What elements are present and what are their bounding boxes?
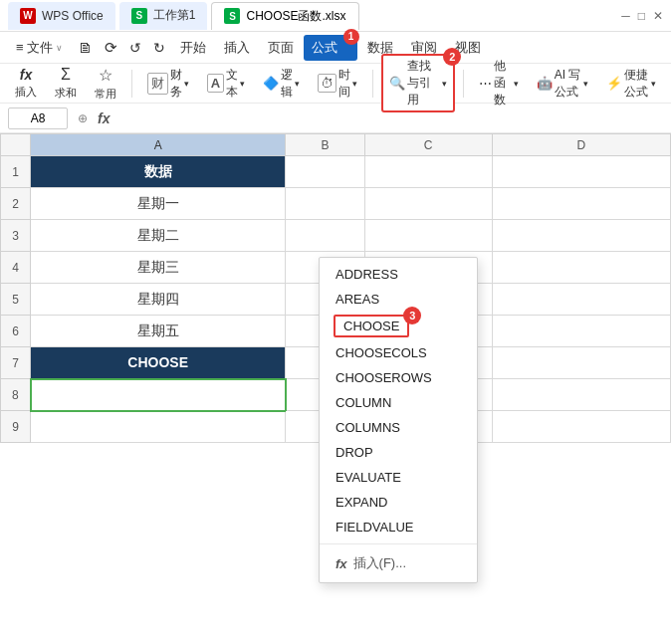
sum-label: 求和: [55, 86, 77, 101]
ai-formula-icon: 🤖: [537, 76, 553, 91]
cell-a5[interactable]: 星期四: [31, 284, 286, 316]
logic-btn[interactable]: 🔷 逻辑 ▾: [256, 63, 307, 105]
menu-item-fieldvalue[interactable]: FIELDVALUE: [320, 515, 477, 539]
cell-d1[interactable]: [492, 156, 670, 188]
finance-btn[interactable]: 财 财务 ▾: [140, 63, 196, 105]
menu-hamburger-icon: ≡: [16, 40, 24, 55]
other-fx-icon: ⋯: [479, 76, 492, 91]
choose-label: CHOOSE: [343, 319, 399, 333]
lookup-btn[interactable]: 🔍 查找与引用 ▾ 2: [381, 54, 455, 112]
cell-a9[interactable]: [31, 411, 286, 443]
table-row: 1 数据: [1, 156, 671, 188]
quick-formula-btn[interactable]: ⚡ 便捷公式 ▾: [599, 63, 663, 105]
cell-b3[interactable]: [286, 220, 364, 252]
menu-item-evaluate[interactable]: EVALUATE: [320, 465, 477, 490]
tab-work1[interactable]: S 工作第1: [119, 2, 208, 30]
menu-undo[interactable]: ↺: [124, 36, 146, 60]
cell-a6[interactable]: 星期五: [31, 316, 286, 347]
menu-item-areas[interactable]: AREAS: [320, 287, 477, 312]
col-header-c[interactable]: C: [364, 134, 492, 156]
insert-fx-item[interactable]: fx 插入(F)...: [320, 548, 477, 578]
ai-formula-btn[interactable]: 🤖 AI 写公式 ▾: [530, 63, 595, 105]
other-fx-btn[interactable]: ⋯ 他函数 ▾: [472, 54, 526, 112]
menu-file-arrow: ∨: [56, 43, 63, 53]
cell-a2[interactable]: 星期一: [31, 188, 286, 220]
minimize-icon[interactable]: ─: [621, 9, 630, 23]
cell-d3[interactable]: [492, 220, 670, 252]
cell-a7-value: CHOOSE: [127, 354, 188, 370]
cell-a1[interactable]: 数据: [31, 156, 286, 188]
menu-item-expand[interactable]: EXPAND: [320, 490, 477, 515]
maximize-icon[interactable]: □: [638, 9, 645, 23]
lookup-chevron: ▾: [442, 79, 447, 89]
cell-b1[interactable]: [286, 156, 364, 188]
col-header-a[interactable]: A: [31, 134, 286, 156]
tab-wps[interactable]: W WPS Office: [8, 2, 115, 30]
menu-formula[interactable]: 公式 1: [304, 35, 357, 61]
fx-insert-btn[interactable]: fx 插入: [8, 64, 44, 103]
menu-insert[interactable]: 插入: [216, 35, 258, 61]
formula-badge: 1: [343, 29, 359, 45]
insert-label: 插入: [15, 85, 37, 100]
cell-c2[interactable]: [364, 188, 492, 220]
row-num-7: 7: [1, 347, 31, 379]
choose-badge: 3: [403, 307, 421, 324]
time-btn[interactable]: ⏱ 时间 ▾: [311, 63, 364, 105]
text-icon: A: [207, 74, 224, 93]
lookup-dropdown-menu: ADDRESS AREAS CHOOSE 3 CHOOSECOLS CHOOSE…: [319, 257, 478, 583]
menu-save-icon[interactable]: 🗎: [73, 35, 98, 60]
col-header-b[interactable]: B: [286, 134, 364, 156]
formulabar: A8 ⊕ fx: [0, 104, 671, 133]
menu-item-column[interactable]: COLUMN: [320, 390, 477, 415]
cell-a4[interactable]: 星期三: [31, 252, 286, 284]
cell-d4[interactable]: [492, 252, 670, 284]
text-label: 文本: [226, 67, 238, 101]
cell-a8[interactable]: [31, 379, 286, 411]
address-label: ADDRESS: [336, 267, 461, 282]
menu-file[interactable]: ≡ 文件 ∨: [8, 35, 71, 61]
menubar: ≡ 文件 ∨ 🗎 ⟳ ↺ ↻ 开始 插入 页面 公式 1 数据 审阅 视图: [0, 32, 671, 64]
lookup-label: 查找与引用: [407, 58, 440, 108]
cell-d7[interactable]: [492, 347, 670, 379]
menu-item-chooserows[interactable]: CHOOSEROWS: [320, 365, 477, 390]
common-btn[interactable]: ☆ 常用: [88, 63, 123, 105]
row-num-1: 1: [1, 156, 31, 188]
menu-formula-label: 公式: [312, 39, 337, 57]
tab-choose-file[interactable]: S CHOOSE函数.xlsx: [211, 2, 358, 30]
cell-d9[interactable]: [492, 411, 670, 443]
cell-b2[interactable]: [286, 188, 364, 220]
cell-d5[interactable]: [492, 284, 670, 316]
menu-page[interactable]: 页面: [260, 35, 302, 61]
sum-btn[interactable]: Σ 求和: [48, 63, 84, 104]
menu-redo[interactable]: ↻: [148, 36, 170, 60]
cell-reference[interactable]: A8: [8, 107, 68, 129]
text-btn[interactable]: A 文本 ▾: [200, 63, 252, 105]
cell-d6[interactable]: [492, 316, 670, 347]
row-num-5: 5: [1, 284, 31, 316]
close-icon[interactable]: ✕: [653, 9, 663, 23]
cell-d8[interactable]: [492, 379, 670, 411]
menu-item-choose[interactable]: CHOOSE 3: [320, 312, 477, 340]
cell-a6-value: 星期五: [137, 322, 179, 338]
menu-item-choosecols[interactable]: CHOOSECOLS: [320, 340, 477, 365]
row-num-6: 6: [1, 316, 31, 347]
cell-a1-value: 数据: [144, 163, 172, 179]
cell-c3[interactable]: [364, 220, 492, 252]
menu-start[interactable]: 开始: [172, 35, 214, 61]
row-num-3: 3: [1, 220, 31, 252]
drop-label: DROP: [336, 445, 461, 460]
titlebar: W WPS Office S 工作第1 S CHOOSE函数.xlsx ─ □ …: [0, 0, 671, 32]
row-num-2: 2: [1, 188, 31, 220]
finance-label: 财务: [170, 67, 182, 101]
insert-fx-icon: fx: [336, 556, 347, 571]
cell-a7[interactable]: CHOOSE: [31, 347, 286, 379]
menu-item-address[interactable]: ADDRESS: [320, 262, 477, 287]
cell-a3[interactable]: 星期二: [31, 220, 286, 252]
menu-item-drop[interactable]: DROP: [320, 440, 477, 465]
cell-d2[interactable]: [492, 188, 670, 220]
col-header-d[interactable]: D: [492, 134, 670, 156]
cell-c1[interactable]: [364, 156, 492, 188]
menu-recover-icon[interactable]: ⟳: [100, 35, 122, 61]
menu-item-columns[interactable]: COLUMNS: [320, 415, 477, 440]
toolbar-sep-3: [463, 70, 464, 98]
